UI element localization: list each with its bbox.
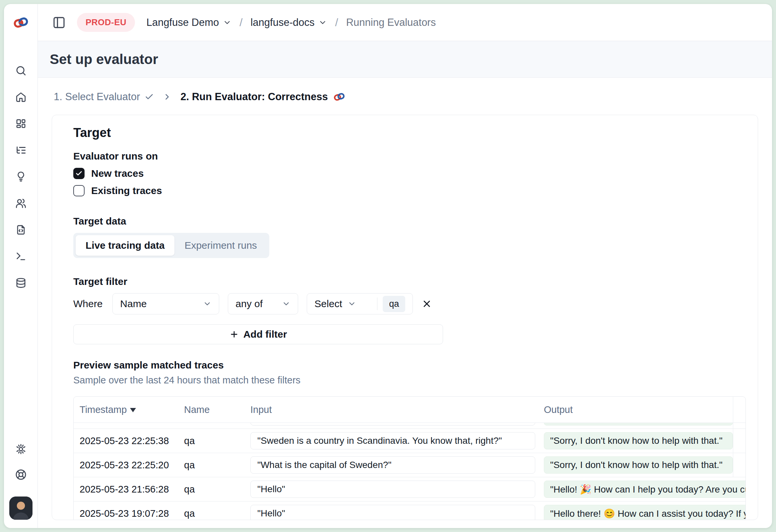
environment-badge: PROD-EU [77, 13, 135, 32]
cell-timestamp: 2025-05-23 22:25:20 [73, 460, 184, 471]
content: 1. Select Evaluator 2. Run Evaluator: Co… [38, 77, 772, 528]
remove-filter-icon[interactable] [421, 299, 432, 309]
new-traces-checkbox[interactable] [73, 168, 84, 179]
chevron-down-icon [282, 300, 290, 308]
playground-icon[interactable] [15, 251, 26, 262]
page-title: Set up evaluator [50, 51, 158, 67]
tracing-icon[interactable] [15, 145, 26, 156]
column-header-input: Input [250, 404, 544, 415]
filter-value-select[interactable]: Select qa [307, 293, 413, 314]
cell-name: qa [184, 435, 250, 447]
breadcrumb-org[interactable]: Langfuse Demo [146, 17, 231, 28]
chevron-down-icon [223, 18, 231, 27]
table-row: 2025-05-23 21:56:28 qa "Hello" "Hello! 🎉… [73, 477, 746, 501]
column-stub [733, 397, 746, 422]
sidebar-nav [15, 65, 26, 289]
cell-input: "Sweden is a country in Scandinavia. You… [250, 432, 535, 450]
checkbox-label: New traces [91, 168, 144, 179]
column-header-timestamp[interactable]: Timestamp [73, 404, 184, 415]
target-card: Target Evaluator runs on New traces Exis… [52, 115, 758, 520]
table-row: 2025-05-23 22:25:20 qa "What is the capi… [73, 453, 746, 477]
check-icon [75, 170, 82, 177]
table-header-row: Timestamp Name Input Output [73, 397, 746, 422]
chevron-down-icon [318, 18, 327, 27]
users-icon[interactable] [15, 198, 26, 209]
runs-on-label: Evaluator runs on [73, 151, 746, 162]
sort-desc-icon [130, 408, 136, 412]
app-window: PROD-EU Langfuse Demo / langfuse-docs / … [4, 4, 772, 528]
chevron-right-icon [163, 92, 172, 102]
add-filter-button[interactable]: Add filter [73, 324, 443, 344]
card-title: Target [73, 126, 746, 140]
cell-timestamp: 2025-05-23 19:07:28 [73, 508, 184, 519]
column-header-output: Output [544, 404, 733, 415]
breadcrumb-current-page: Running Evaluators [346, 17, 436, 28]
checkbox-row-new-traces: New traces [73, 168, 746, 179]
breadcrumb-separator: / [335, 16, 338, 29]
cell-output: "Hello! 🎉 How can I help you today? Are … [544, 481, 746, 498]
filter-operator-select[interactable]: any of [228, 293, 298, 314]
preview-subtitle: Sample over the last 24 hours that match… [73, 375, 746, 386]
sidebar-toggle-icon[interactable] [52, 16, 66, 29]
table-row: 2025-05-23 22:25:38 qa "Sweden is a coun… [73, 428, 746, 453]
cell-input: "Hello" [250, 505, 535, 520]
cell-timestamp: 2025-05-23 21:56:28 [73, 484, 184, 495]
target-data-segmented-control: Live tracing data Experiment runs [73, 233, 269, 258]
target-data-label: Target data [73, 216, 746, 227]
langfuse-logo-icon [333, 91, 345, 103]
filter-value-chip: qa [383, 296, 405, 312]
cell-name: qa [184, 508, 250, 519]
checkbox-row-existing-traces: Existing traces [73, 185, 746, 196]
cell-output: "Sorry, I don't know how to help with th… [544, 457, 733, 474]
preview-traces-table: Timestamp Name Input Output [73, 396, 746, 520]
cell-output: "Sorry, I don't know how to help with th… [544, 432, 733, 450]
dashboard-icon[interactable] [15, 118, 26, 129]
home-icon[interactable] [15, 92, 26, 103]
lightbulb-icon[interactable] [15, 171, 26, 182]
langfuse-logo-icon [13, 15, 29, 30]
chevron-down-icon [348, 300, 356, 308]
database-icon[interactable] [15, 277, 26, 289]
support-lifebuoy-icon[interactable] [15, 469, 27, 481]
preview-title: Preview sample matched traces [73, 360, 746, 371]
step-select-evaluator[interactable]: 1. Select Evaluator [54, 91, 154, 103]
existing-traces-checkbox[interactable] [73, 185, 84, 196]
table-row: 2025-05-23 19:07:28 qa "Hello" "Hello th… [73, 501, 746, 520]
cell-input: "Hello" [250, 481, 535, 498]
step-run-evaluator: 2. Run Evaluator: Correctness [180, 91, 345, 103]
search-icon[interactable] [15, 65, 26, 76]
checkbox-label: Existing traces [91, 185, 162, 196]
segment-live-tracing-data[interactable]: Live tracing data [75, 235, 174, 256]
topbar: PROD-EU Langfuse Demo / langfuse-docs / … [38, 4, 772, 41]
chevron-down-icon [203, 300, 212, 308]
sidebar-footer [9, 443, 32, 528]
segment-experiment-runs[interactable]: Experiment runs [174, 235, 267, 256]
datasets-icon[interactable] [15, 224, 26, 235]
settings-gear-icon[interactable] [15, 443, 27, 455]
plus-icon [229, 330, 239, 339]
where-label: Where [73, 298, 103, 310]
page-header: Set up evaluator [38, 41, 772, 77]
target-filter-label: Target filter [73, 276, 746, 287]
main-area: PROD-EU Langfuse Demo / langfuse-docs / … [38, 4, 772, 528]
breadcrumb-project[interactable]: langfuse-docs [250, 17, 327, 28]
table-row-partial [73, 422, 746, 428]
divider [377, 298, 377, 310]
check-icon [145, 92, 154, 102]
breadcrumb: Langfuse Demo / langfuse-docs / Running … [146, 16, 436, 29]
cell-name: qa [184, 484, 250, 495]
cell-output: "Hello there! 😊 How can I assist you tod… [544, 505, 746, 520]
wizard-steps: 1. Select Evaluator 2. Run Evaluator: Co… [54, 91, 758, 103]
cell-timestamp: 2025-05-23 22:25:38 [73, 435, 184, 447]
user-avatar[interactable] [9, 497, 32, 520]
sidebar [4, 4, 38, 528]
filter-column-select[interactable]: Name [113, 293, 219, 314]
breadcrumb-separator: / [239, 16, 242, 29]
filter-row: Where Name any of Select qa [73, 293, 746, 314]
cell-name: qa [184, 460, 250, 471]
cell-input: "What is the capital of Sweden?" [250, 457, 535, 474]
column-header-name: Name [184, 404, 250, 415]
